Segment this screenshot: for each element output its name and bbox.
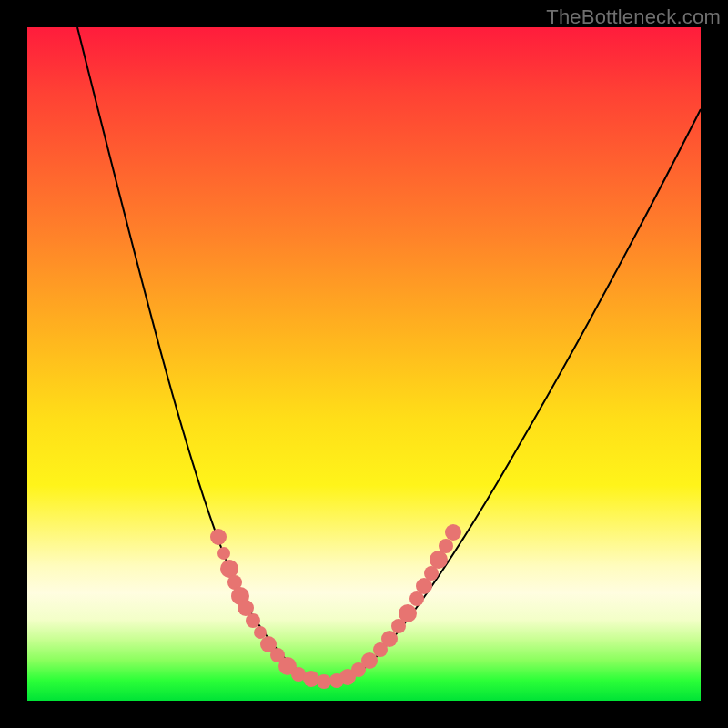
bead-dot (303, 671, 319, 687)
bead-dot (381, 631, 398, 647)
bead-dot (217, 547, 230, 560)
bead-dot (246, 613, 260, 628)
bead-dot (254, 626, 267, 639)
bead-dot (317, 674, 331, 689)
watermark-text: TheBottleneck.com (546, 5, 721, 29)
beads-left-cluster (210, 529, 331, 689)
chart-frame: TheBottleneck.com (0, 0, 728, 728)
beads-right-cluster (329, 524, 461, 688)
bead-dot (220, 560, 238, 578)
bead-dot (445, 524, 461, 541)
bead-dot (430, 551, 448, 569)
bead-dot (361, 652, 378, 669)
bottleneck-curve (77, 27, 701, 682)
bead-dot (399, 604, 417, 622)
curve-svg (27, 27, 701, 701)
gradient-plot-area (27, 27, 701, 701)
bead-dot (439, 539, 453, 553)
bead-dot (210, 529, 227, 545)
